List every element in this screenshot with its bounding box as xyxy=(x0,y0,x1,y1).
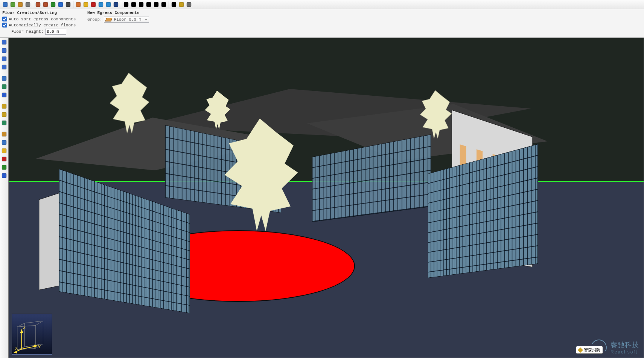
svg-rect-38 xyxy=(2,165,6,170)
slab-tool-icon[interactable] xyxy=(0,91,8,99)
svg-rect-7 xyxy=(58,2,63,7)
mesh-shade-icon[interactable] xyxy=(75,1,82,8)
svg-rect-37 xyxy=(2,157,6,161)
select-icon[interactable] xyxy=(122,1,130,8)
shaded-icon[interactable] xyxy=(49,1,57,8)
svg-rect-4 xyxy=(36,2,40,7)
svg-rect-19 xyxy=(154,2,158,7)
auto-create-row[interactable]: Automatically create floors xyxy=(2,23,81,28)
mesh-add-icon[interactable] xyxy=(0,103,8,110)
auto-sort-row[interactable]: Auto sort egress components xyxy=(2,17,81,21)
walk-icon[interactable] xyxy=(137,1,145,8)
watermark-line2: Reachsoft xyxy=(611,349,639,355)
floor-creation-panel: Floor Creation/Sorting Auto sort egress … xyxy=(2,11,81,36)
wireframe-icon[interactable] xyxy=(34,1,42,8)
svg-rect-1 xyxy=(11,2,15,7)
diamond-icon xyxy=(578,347,583,352)
panel-title: Floor Creation/Sorting xyxy=(2,11,81,15)
render-icon[interactable] xyxy=(64,1,72,8)
chevron-down-icon: ▾ xyxy=(145,18,147,22)
view-front-icon[interactable] xyxy=(17,1,24,8)
svg-rect-2 xyxy=(18,2,23,7)
glass-facade xyxy=(312,135,431,222)
move-icon[interactable] xyxy=(0,38,8,46)
orbit-icon[interactable] xyxy=(145,1,152,8)
material-icon[interactable] xyxy=(0,164,8,171)
floor-height-label: Floor height: xyxy=(11,29,44,34)
expand-icon[interactable] xyxy=(178,1,185,8)
floor-height-row: Floor height: xyxy=(2,29,81,35)
group-row: Group: Floor 0.0 m ▾ xyxy=(87,17,149,23)
svg-rect-0 xyxy=(3,2,8,7)
svg-rect-30 xyxy=(2,93,6,97)
color-a-icon[interactable] xyxy=(0,147,8,155)
mesh-edit-icon[interactable] xyxy=(0,111,8,118)
mesh-anim-icon[interactable] xyxy=(0,119,8,127)
watermark-line1: 睿驰科技 xyxy=(611,340,639,349)
axis-x-label: X xyxy=(15,346,18,350)
group-dropdown[interactable]: Floor 0.0 m ▾ xyxy=(104,17,149,23)
hidden-line-icon[interactable] xyxy=(42,1,49,8)
separator xyxy=(0,99,8,103)
svg-rect-16 xyxy=(131,2,136,7)
mesh-color-icon[interactable] xyxy=(82,1,90,8)
panel-title: New Egress Components xyxy=(87,11,149,15)
svg-rect-35 xyxy=(2,140,6,145)
svg-rect-28 xyxy=(2,76,6,81)
shaded-edges-icon[interactable] xyxy=(57,1,64,8)
rotate-icon[interactable] xyxy=(0,47,8,54)
svg-rect-26 xyxy=(2,57,6,61)
svg-rect-34 xyxy=(2,132,6,136)
viewport-3d[interactable]: Z Y X 睿驰科技 Reachsoft 智森消防 xyxy=(8,38,644,358)
view-iso-icon[interactable] xyxy=(9,1,17,8)
view-3d-icon[interactable] xyxy=(2,1,9,8)
svg-rect-17 xyxy=(139,2,143,7)
group-value: Floor 0.0 m xyxy=(114,17,142,22)
svg-rect-36 xyxy=(2,148,6,153)
watermark-tag-text: 智森消防 xyxy=(584,347,600,353)
display-slice-icon[interactable] xyxy=(97,1,105,8)
view-list-icon[interactable] xyxy=(24,1,32,8)
svg-rect-5 xyxy=(43,2,48,7)
wall-tool-icon[interactable] xyxy=(0,83,8,90)
svg-rect-9 xyxy=(76,2,81,7)
glass-facade xyxy=(428,144,538,278)
auto-sort-checkbox[interactable] xyxy=(2,17,7,21)
new-egress-panel: New Egress Components Group: Floor 0.0 m… xyxy=(87,11,149,36)
mirror-icon[interactable] xyxy=(0,63,8,71)
app-root: Floor Creation/Sorting Auto sort egress … xyxy=(0,0,644,358)
embed-icon[interactable] xyxy=(0,172,8,179)
zoom-window-icon[interactable] xyxy=(160,1,167,8)
group-label: Group: xyxy=(87,17,102,22)
side-toolbar xyxy=(0,38,8,358)
svg-rect-25 xyxy=(2,48,6,53)
auto-create-checkbox[interactable] xyxy=(2,23,7,28)
separator xyxy=(169,1,169,8)
zoom-extents-icon[interactable] xyxy=(170,1,178,8)
svg-rect-6 xyxy=(51,2,55,7)
svg-rect-33 xyxy=(2,121,6,125)
agent-icon[interactable] xyxy=(112,1,120,8)
separator xyxy=(73,1,73,8)
scale-icon[interactable] xyxy=(0,55,8,63)
display-extents-icon[interactable] xyxy=(105,1,112,8)
svg-rect-23 xyxy=(187,2,191,7)
svg-marker-45 xyxy=(14,350,17,353)
color-b-icon[interactable] xyxy=(0,155,8,163)
svg-rect-3 xyxy=(26,2,30,7)
axis-gizmo[interactable]: Z Y X xyxy=(12,314,52,355)
floor-height-input[interactable] xyxy=(45,29,66,35)
svg-rect-24 xyxy=(2,40,6,44)
svg-rect-18 xyxy=(146,2,151,7)
room-tool-icon[interactable] xyxy=(0,75,8,82)
zoom-icon[interactable] xyxy=(152,1,160,8)
section-icon[interactable] xyxy=(0,139,8,146)
grid-icon[interactable] xyxy=(185,1,193,8)
svg-rect-27 xyxy=(2,65,6,69)
pan-target-icon[interactable] xyxy=(130,1,137,8)
mesh-palette-icon[interactable] xyxy=(90,1,97,8)
separator xyxy=(121,1,121,8)
measure-icon[interactable] xyxy=(0,130,8,138)
svg-rect-39 xyxy=(2,173,6,178)
separator xyxy=(0,72,8,75)
